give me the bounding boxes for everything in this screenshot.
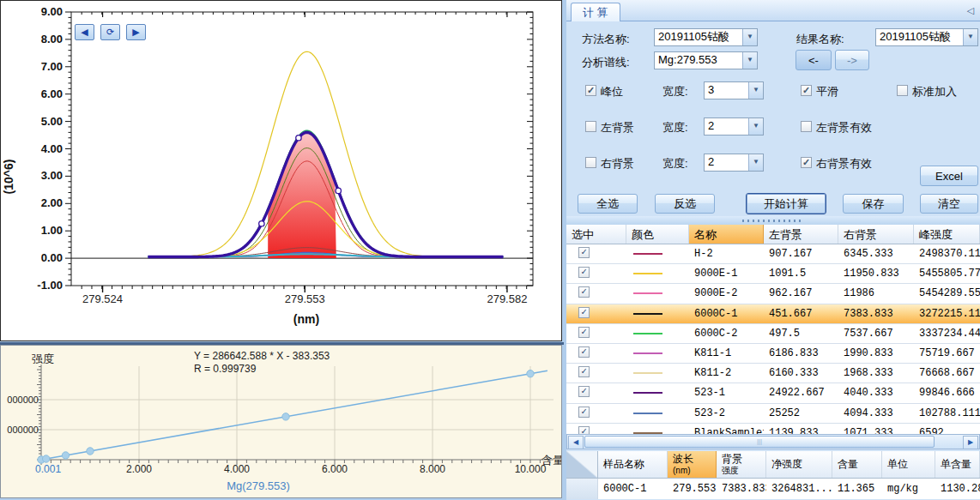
sample-name-cell: 6000C-1 bbox=[598, 479, 668, 499]
column-header[interactable]: 名称 bbox=[689, 225, 764, 244]
svg-text:279.524: 279.524 bbox=[82, 292, 123, 305]
grid-corner-cell[interactable] bbox=[566, 451, 598, 478]
curve-marker[interactable] bbox=[296, 136, 301, 141]
horizontal-scrollbar[interactable]: ◀ ||| ▶ bbox=[566, 434, 980, 449]
chevron-down-icon[interactable]: ▼ bbox=[748, 118, 763, 135]
row-checkbox[interactable]: ✓ bbox=[578, 267, 590, 278]
result-name-combo[interactable]: 20191105钴酸 ▼ bbox=[875, 28, 978, 46]
column-header[interactable]: 净强度 bbox=[766, 451, 832, 478]
chevron-down-icon[interactable]: ▼ bbox=[963, 29, 977, 45]
calibration-chart-panel: 0000000000000.0012.0004.0006.0008.00010.… bbox=[0, 345, 562, 498]
right-bg-width-combo[interactable]: 2 ▼ bbox=[704, 154, 764, 172]
scrollbar-thumb[interactable]: ||| bbox=[584, 436, 935, 448]
row-checkbox[interactable]: ✓ bbox=[578, 426, 590, 434]
column-header[interactable]: 左背景 bbox=[764, 225, 838, 244]
row-checkbox[interactable]: ✓ bbox=[578, 386, 590, 397]
tab-calculate[interactable]: 计 算 bbox=[571, 3, 620, 21]
column-header[interactable]: 单位 bbox=[882, 451, 935, 478]
right-bg-valid-checkbox[interactable]: ✓ bbox=[801, 157, 812, 168]
svg-text:279.582: 279.582 bbox=[487, 292, 527, 305]
chevron-down-icon[interactable]: ▼ bbox=[748, 82, 763, 99]
excel-export-button[interactable]: Excel bbox=[920, 166, 978, 186]
scroll-right-icon[interactable]: ▶ bbox=[963, 436, 978, 449]
curve-marker[interactable] bbox=[336, 188, 341, 193]
calibration-point[interactable] bbox=[43, 455, 50, 462]
table-row[interactable]: ✓523-2252524094.333102788.111 bbox=[566, 404, 980, 424]
right-background-checkbox[interactable] bbox=[585, 157, 596, 168]
table-row[interactable]: ✓523-124922.6674040.33399846.666 bbox=[566, 383, 980, 403]
row-checkbox[interactable]: ✓ bbox=[578, 346, 590, 358]
column-header[interactable]: 波长(nm) bbox=[668, 451, 717, 478]
svg-text:8.000: 8.000 bbox=[420, 463, 445, 475]
prev-result-button[interactable]: <- bbox=[795, 50, 832, 70]
table-row[interactable]: ✓H-2907.1676345.3332498370.111 bbox=[566, 244, 980, 264]
panel-splitter[interactable] bbox=[566, 216, 980, 225]
series-color-swatch bbox=[633, 313, 662, 315]
table-row[interactable]: ✓9000E-11091.511950.8335455805.778 bbox=[566, 264, 980, 284]
calibration-point[interactable] bbox=[62, 452, 69, 459]
method-name-combo[interactable]: 20191105钴酸 ▼ bbox=[654, 28, 758, 46]
calibration-point[interactable] bbox=[87, 448, 94, 455]
column-header[interactable]: 右背景 bbox=[838, 225, 914, 244]
svg-text:2.00: 2.00 bbox=[41, 196, 63, 209]
column-header[interactable]: 选中 bbox=[566, 225, 626, 244]
column-header[interactable]: 样品名称 bbox=[598, 451, 668, 478]
next-line-button[interactable]: ▶ bbox=[126, 24, 146, 40]
chevron-down-icon[interactable]: ▼ bbox=[742, 52, 757, 69]
chevron-down-icon[interactable]: ▼ bbox=[748, 154, 763, 171]
column-header[interactable]: 颜色 bbox=[626, 225, 689, 244]
analysis-line-label: 分析谱线: bbox=[582, 55, 630, 70]
svg-text:(10^6): (10^6) bbox=[2, 160, 15, 195]
table-row[interactable]: 6000C-1279.5537383.8333264831...11.365mg… bbox=[566, 479, 980, 499]
next-result-button[interactable]: -> bbox=[835, 50, 869, 70]
column-header[interactable]: 背景强度 bbox=[717, 451, 766, 478]
save-button[interactable]: 保存 bbox=[843, 194, 904, 214]
left-bg-valid-label: 左背景有效 bbox=[816, 120, 872, 136]
left-background-checkbox[interactable] bbox=[585, 121, 596, 132]
table-row[interactable]: ✓BlankSample11139.8331071.3336592 bbox=[566, 424, 980, 434]
prev-line-button[interactable]: ◀ bbox=[75, 24, 94, 40]
refresh-button[interactable]: ⟳ bbox=[100, 24, 120, 40]
curve-marker[interactable] bbox=[259, 221, 264, 226]
left-bg-valid-checkbox[interactable] bbox=[801, 121, 812, 132]
row-checkbox[interactable]: ✓ bbox=[578, 286, 590, 298]
svg-text:0.001: 0.001 bbox=[35, 463, 61, 475]
calibration-point[interactable] bbox=[282, 413, 289, 420]
row-checkbox[interactable]: ✓ bbox=[578, 247, 590, 258]
left-bg-width-combo[interactable]: 2 ▼ bbox=[704, 117, 764, 136]
row-checkbox[interactable]: ✓ bbox=[578, 366, 590, 377]
table-row[interactable]: ✓6000C-1451.6677383.8333272215.111 bbox=[566, 304, 980, 324]
standard-addition-checkbox[interactable] bbox=[897, 85, 908, 96]
column-header[interactable]: 峰强度 bbox=[914, 225, 980, 244]
sample-name-cell: K811-2 bbox=[689, 364, 764, 383]
spectrum-chart[interactable]: -1.000.001.002.003.004.005.006.007.008.0… bbox=[1, 1, 561, 340]
sample-name-cell: 9000E-1 bbox=[689, 264, 764, 283]
column-header[interactable]: 单含量 bbox=[935, 451, 980, 478]
column-header[interactable]: 含量 bbox=[832, 451, 882, 478]
analysis-line-combo[interactable]: Mg:279.553 ▼ bbox=[654, 51, 758, 69]
right-bg-cell: 1968.333 bbox=[838, 364, 914, 383]
smooth-checkbox[interactable]: ✓ bbox=[801, 85, 812, 96]
table-row[interactable]: ✓6000C-2497.57537.6673337234.444 bbox=[566, 324, 980, 344]
right-bg-cell: 6345.333 bbox=[838, 244, 914, 263]
collapse-panel-icon[interactable]: ◁ bbox=[967, 5, 974, 16]
row-checkbox[interactable]: ✓ bbox=[578, 327, 590, 338]
invert-selection-button[interactable]: 反选 bbox=[655, 194, 715, 214]
row-checkbox[interactable]: ✓ bbox=[578, 307, 590, 318]
row-checkbox[interactable]: ✓ bbox=[578, 407, 590, 418]
table-row[interactable]: ✓K811-16186.8331990.83375719.667 bbox=[566, 344, 980, 364]
row-header-cell[interactable] bbox=[566, 479, 598, 499]
peak-position-checkbox[interactable]: ✓ bbox=[585, 85, 596, 96]
table-row[interactable]: ✓K811-26160.3331968.33376668.667 bbox=[566, 364, 980, 383]
start-calculation-button[interactable]: 开始计算 bbox=[746, 193, 826, 214]
clear-button[interactable]: 清空 bbox=[920, 194, 978, 214]
summary-table-header: 样品名称波长(nm)背景强度净强度含量单位单含量 bbox=[566, 451, 980, 479]
select-all-button[interactable]: 全选 bbox=[578, 194, 638, 214]
smooth-label: 平滑 bbox=[816, 84, 838, 99]
peak-width-combo[interactable]: 3 ▼ bbox=[704, 81, 764, 99]
scroll-left-icon[interactable]: ◀ bbox=[568, 436, 584, 449]
chevron-down-icon[interactable]: ▼ bbox=[742, 29, 757, 45]
table-row[interactable]: ✓9000E-2962.167119865454289.556 bbox=[566, 284, 980, 304]
svg-text:6.00: 6.00 bbox=[41, 87, 63, 100]
calibration-point[interactable] bbox=[527, 370, 534, 377]
